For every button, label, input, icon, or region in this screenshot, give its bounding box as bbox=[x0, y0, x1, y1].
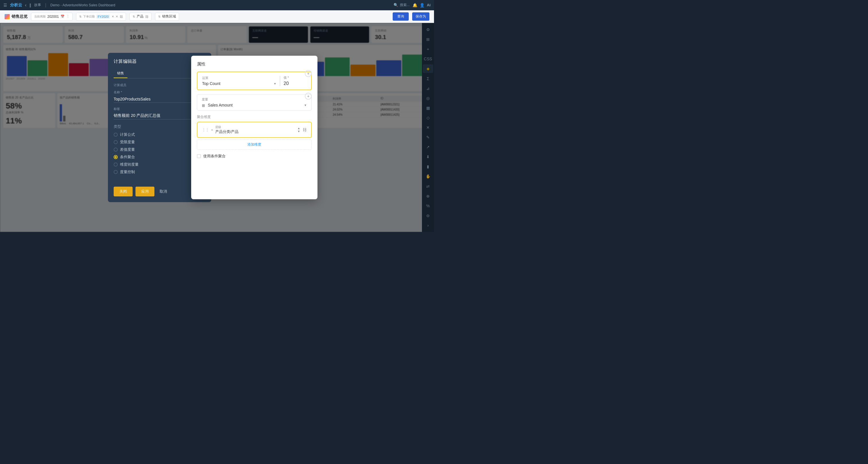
link-icon[interactable]: ⛓ bbox=[120, 15, 123, 19]
hierarchy-label: 层级 bbox=[215, 125, 295, 129]
operator-dropdown-icon: ▼ bbox=[274, 82, 276, 85]
operator-select[interactable]: Top Count ▼ bbox=[202, 81, 276, 86]
date-range-filter[interactable]: 当前周期 202001 📅 ⋮ bbox=[31, 12, 73, 21]
checkbox-row: 使用条件聚合 bbox=[197, 154, 312, 159]
search-area: 🔍 搜索... bbox=[394, 3, 410, 7]
agg-section: 聚合维度 ⋮⋮ ≡ 层级 产品分类/产品 ▲ ▼ ⛓ 添加维度 bbox=[197, 115, 312, 150]
period-value: FY2020 bbox=[96, 14, 110, 19]
top-count-box: 运算 Top Count ▼ 值 * 20 bbox=[197, 71, 312, 90]
radio-circle bbox=[114, 140, 118, 144]
attribute-panel: 属性 + 运算 Top Count ▼ 值 * 20 + 度量 bbox=[191, 56, 317, 199]
operator-value: Top Count bbox=[202, 81, 220, 86]
value-label: 值 * bbox=[284, 75, 307, 80]
cancel-button[interactable]: 取消 bbox=[157, 187, 169, 196]
drag-handle-icon[interactable]: ⋮⋮ bbox=[202, 128, 209, 132]
radio-label: 条件聚合 bbox=[120, 154, 135, 160]
value-number: 20 bbox=[284, 81, 307, 86]
dashboard-name: 销售总览 bbox=[11, 14, 28, 19]
nav-separator: | bbox=[45, 3, 46, 8]
agg-dim-label: 聚合维度 bbox=[197, 115, 312, 119]
ai-label[interactable]: Ai bbox=[427, 3, 431, 7]
radio-label: 差值度量 bbox=[120, 147, 135, 152]
add-dimension-button[interactable]: 添加维度 bbox=[197, 140, 312, 150]
product-link-icon[interactable]: ⛓ bbox=[145, 15, 148, 19]
navbar: ☰ 分析云 ‹ ∥ 故事 | Demo - AdventureWorks Sal… bbox=[0, 0, 434, 10]
period-x-icon[interactable]: ✕ bbox=[116, 15, 118, 18]
link-chain-icon[interactable]: ⛓ bbox=[303, 127, 307, 132]
measure-value: Sales Amount bbox=[208, 103, 232, 107]
navbar-actions: 🔔 👤 Ai bbox=[412, 3, 431, 7]
hierarchy-icon: ≡ bbox=[211, 128, 213, 131]
save-button[interactable]: 保存为 bbox=[412, 12, 429, 21]
query-button[interactable]: 查询 bbox=[393, 12, 409, 21]
dashboard-title: Demo - AdventureWorks Sales Dashboard bbox=[50, 3, 115, 7]
user-avatar[interactable]: 👤 bbox=[420, 3, 425, 7]
calendar-icon: 📅 bbox=[61, 14, 65, 19]
hamburger-icon[interactable]: ☰ bbox=[3, 3, 7, 7]
main-content: 销售额 5,187.8 万 利润 580.7 利润率 10.91 % 总订单量 bbox=[0, 23, 434, 232]
period-label: 下单日期 bbox=[83, 14, 95, 19]
filter-bar: 销售总览 当前周期 202001 📅 ⋮ ⇅ 下单日期 FY2020 ✕ ✕ ⛓… bbox=[0, 10, 434, 23]
radio-label: 维度转度量 bbox=[120, 162, 138, 167]
checkbox-label: 使用条件聚合 bbox=[203, 154, 226, 159]
product-label: 产品 bbox=[136, 14, 144, 19]
region-filter[interactable]: ⇅ 销售区域 bbox=[155, 12, 179, 21]
dashboard-logo: 销售总览 bbox=[5, 14, 28, 19]
operator-field: 运算 Top Count ▼ bbox=[202, 76, 276, 86]
dimension-value: 产品分类/产品 bbox=[215, 129, 295, 134]
apply-button[interactable]: 应用 bbox=[135, 187, 154, 196]
measure-icon: ▦ bbox=[202, 103, 205, 107]
radio-circle bbox=[114, 170, 118, 174]
radio-label: 计算公式 bbox=[120, 132, 135, 137]
radio-label: 度量控制 bbox=[120, 169, 135, 175]
radio-circle bbox=[114, 148, 118, 152]
tab-sales[interactable]: 销售 bbox=[114, 69, 127, 78]
period-close-icon[interactable]: ✕ bbox=[112, 15, 114, 18]
operator-label: 运算 bbox=[202, 76, 276, 80]
use-cond-agg-checkbox[interactable] bbox=[197, 154, 201, 158]
agg-text-container: 层级 产品分类/产品 bbox=[215, 125, 295, 134]
search-placeholder: 搜索... bbox=[400, 3, 410, 7]
add-measure-button[interactable]: + bbox=[305, 93, 312, 100]
add-top-right-button[interactable]: + bbox=[305, 70, 312, 77]
region-label: 销售区域 bbox=[162, 14, 176, 19]
chevron-up-icon: ▲ bbox=[298, 127, 300, 130]
region-up-down-icon: ⇅ bbox=[158, 15, 160, 18]
radio-label: 受限度量 bbox=[120, 140, 135, 145]
agg-box: ⋮⋮ ≡ 层级 产品分类/产品 ▲ ▼ ⛓ bbox=[197, 122, 312, 138]
value-field: 值 * 20 bbox=[284, 75, 307, 86]
search-icon[interactable]: 🔍 bbox=[394, 3, 398, 7]
logo-icon bbox=[5, 14, 10, 19]
measure-dropdown-icon: ▼ bbox=[304, 104, 307, 107]
radio-circle bbox=[114, 155, 118, 159]
period-filter[interactable]: ⇅ 下单日期 FY2020 ✕ ✕ ⛓ bbox=[76, 12, 126, 21]
radio-circle bbox=[114, 133, 118, 137]
more-icon[interactable]: ⋮ bbox=[66, 14, 69, 19]
measure-row: 度量 ▦ Sales Amount ▼ bbox=[197, 94, 312, 111]
back-button[interactable]: ‹ bbox=[25, 3, 26, 8]
measure-select[interactable]: ▦ Sales Amount ▼ bbox=[202, 103, 307, 107]
brand-logo: 分析云 bbox=[10, 3, 22, 8]
close-button[interactable]: 关闭 bbox=[114, 187, 133, 196]
attr-panel-title: 属性 bbox=[197, 61, 312, 67]
product-up-down-icon: ⇅ bbox=[133, 15, 135, 18]
product-filter[interactable]: ⇅ 产品 ⛓ bbox=[129, 12, 152, 21]
date-range-label: 当前周期 bbox=[34, 14, 45, 19]
story-label: 故事 bbox=[34, 3, 41, 7]
agg-arrows: ▲ ▼ bbox=[298, 127, 300, 133]
chevron-down-icon: ▼ bbox=[298, 130, 300, 133]
story-icon: ∥ bbox=[29, 3, 31, 7]
radio-circle bbox=[114, 162, 118, 166]
notification-icon[interactable]: 🔔 bbox=[412, 3, 417, 7]
calc-action-buttons: 关闭 应用 取消 bbox=[114, 187, 169, 196]
measure-label: 度量 bbox=[202, 97, 307, 102]
up-down-icon: ⇅ bbox=[79, 15, 82, 18]
date-range-value: 202001 bbox=[48, 14, 59, 19]
